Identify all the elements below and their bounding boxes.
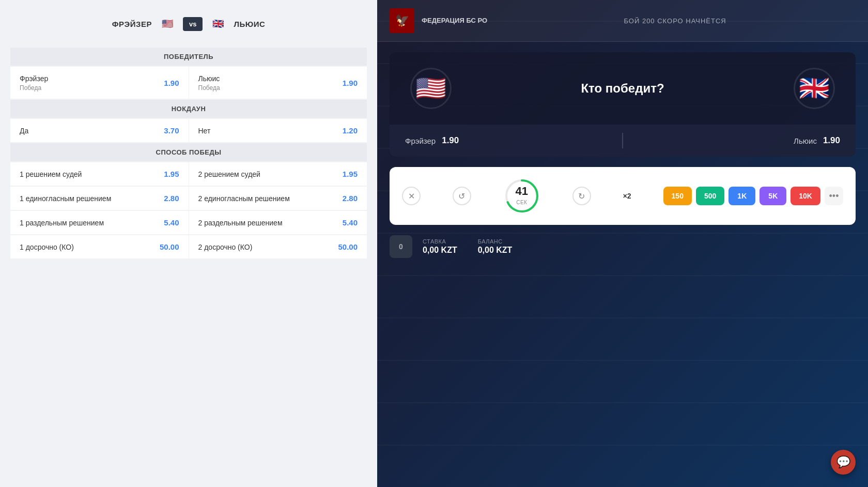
- chip-150[interactable]: 150: [663, 187, 692, 205]
- bet-label-method-3-left: 1 раздельным решением: [20, 219, 104, 227]
- bet-odd-method-3-left: 5.40: [164, 218, 179, 227]
- bet-method-4-left[interactable]: 1 досрочно (КО) 50.00: [10, 235, 189, 258]
- fighter2-flag-emoji: 🇬🇧: [799, 74, 830, 103]
- bet-odd-yes: 3.70: [164, 126, 179, 135]
- bet-row-winner: Фрэйзер Победа 1.90 Льюис Победа 1.90: [10, 67, 367, 99]
- bet-row-method-3: 1 раздельным решением 5.40 2 раздельным …: [10, 211, 367, 234]
- redo-button[interactable]: ↻: [572, 187, 591, 205]
- stake-title: СТАВКА: [423, 238, 457, 245]
- balance-row: 0 СТАВКА 0,00 KZT БАЛАНС 0,00 KZT: [377, 235, 868, 268]
- section-method: СПОСОБ ПОБЕДЫ: [10, 143, 367, 161]
- federation-banner: 🦅 ФЕДЕРАЦИЯ БС РО БОЙ 200 СКОРО НАЧНЁТСЯ: [377, 0, 868, 42]
- balance-info: СТАВКА 0,00 KZT БАЛАНС 0,00 KZT: [423, 238, 512, 255]
- bet-sub-lewis: Победа: [198, 84, 220, 92]
- team1-header-name: ФРЭЙЗЕР: [112, 20, 152, 28]
- fighter2-odds-name: Льюис: [794, 136, 817, 145]
- bet-odd-method-3-right: 5.40: [343, 218, 358, 227]
- timer-row: ✕ ↺ 41 СЕК ↻: [402, 177, 843, 215]
- bet-method-1-right[interactable]: 2 решением судей 1.95: [189, 162, 367, 186]
- fighter1-odds-section: Фрэйзер 1.90: [405, 135, 612, 146]
- bet-label-method-4-left: 1 досрочно (КО): [20, 243, 74, 251]
- bet-chips-row: 150 500 1K 5K 10K •••: [663, 187, 843, 205]
- bet-odd-method-1-right: 1.95: [343, 170, 358, 178]
- fighter1-flag-emoji: 🇺🇸: [415, 74, 446, 103]
- bet-method-3-right[interactable]: 2 раздельным решением 5.40: [189, 211, 367, 234]
- timer-circle: 41 СЕК: [503, 177, 540, 215]
- chip-10k[interactable]: 10K: [791, 187, 820, 205]
- right-content: 🦅 ФЕДЕРАЦИЯ БС РО БОЙ 200 СКОРО НАЧНЁТСЯ…: [377, 0, 868, 487]
- fighter2-flag: 🇬🇧: [794, 68, 835, 109]
- bet-odd-no: 1.20: [343, 126, 358, 135]
- bet-label-method-4-right: 2 досрочно (КО): [198, 243, 253, 251]
- stake-value: 0,00 KZT: [423, 246, 457, 255]
- timer-seconds: 41: [516, 186, 528, 197]
- bet-label-method-2-left: 1 единогласным решением: [20, 194, 111, 203]
- right-panel: 🦅 ФЕДЕРАЦИЯ БС РО БОЙ 200 СКОРО НАЧНЁТСЯ…: [377, 0, 868, 487]
- bet-frazer-win[interactable]: Фрэйзер Победа 1.90: [10, 67, 189, 99]
- bet-knockout-yes[interactable]: Да 3.70: [10, 119, 189, 142]
- undo-button[interactable]: ↺: [453, 187, 471, 205]
- federation-name: ФЕДЕРАЦИЯ БС РО: [422, 16, 487, 26]
- bet-odd-frazer: 1.90: [164, 79, 179, 87]
- bet-odd-method-4-right: 50.00: [338, 242, 358, 251]
- fight-info: БОЙ 200 СКОРО НАЧНЁТСЯ: [494, 16, 856, 25]
- bet-lewis-win[interactable]: Льюис Победа 1.90: [189, 67, 367, 99]
- match-odds-row: Фрэйзер 1.90 Льюис 1.90: [390, 125, 856, 157]
- fighter2-odds-value: 1.90: [823, 135, 840, 146]
- bet-odd-method-2-right: 2.80: [343, 194, 358, 203]
- chip-5k[interactable]: 5K: [760, 187, 786, 205]
- match-card-inner: 🇺🇸 Кто победит? 🇬🇧: [390, 52, 856, 125]
- bet-label-method-1-left: 1 решением судей: [20, 170, 82, 178]
- bet-method-4-right[interactable]: 2 досрочно (КО) 50.00: [189, 235, 367, 258]
- timer-widget: ✕ ↺ 41 СЕК ↻: [390, 167, 856, 225]
- cancel-button[interactable]: ✕: [402, 187, 421, 205]
- more-chips-button[interactable]: •••: [825, 187, 843, 205]
- bet-label-method-3-right: 2 раздельным решением: [198, 219, 283, 227]
- chip-1k[interactable]: 1K: [729, 187, 755, 205]
- flag2-header: 🇬🇧: [211, 17, 225, 31]
- bet-row-method-2: 1 единогласным решением 2.80 2 единоглас…: [10, 187, 367, 210]
- bet-method-3-left[interactable]: 1 раздельным решением 5.40: [10, 211, 189, 234]
- federation-emblem: 🦅: [390, 8, 414, 33]
- bet-label-no: Нет: [198, 127, 211, 135]
- match-question: Кто победит?: [581, 81, 664, 96]
- vs-badge: vs: [183, 17, 203, 31]
- bet-knockout-no[interactable]: Нет 1.20: [189, 119, 367, 142]
- timer-speed: ×2: [623, 192, 631, 200]
- bet-odd-lewis: 1.90: [343, 79, 358, 87]
- bet-sub-frazer: Победа: [20, 84, 48, 92]
- flag1-header: 🇺🇸: [160, 17, 175, 31]
- match-header: ФРЭЙЗЕР 🇺🇸 vs 🇬🇧 ЛЬЮИС: [10, 10, 367, 37]
- fighter1-odds-name: Фрэйзер: [405, 136, 436, 145]
- bet-display: 0: [390, 235, 412, 258]
- chat-button[interactable]: 💬: [831, 450, 856, 475]
- timer-unit: СЕК: [516, 200, 527, 205]
- bet-odd-method-1-left: 1.95: [164, 170, 179, 178]
- bet-row-knockout: Да 3.70 Нет 1.20: [10, 119, 367, 142]
- bet-row-method-1: 1 решением судей 1.95 2 решением судей 1…: [10, 162, 367, 186]
- fighter2-odds-section: Льюис 1.90: [633, 135, 840, 146]
- bet-label-method-2-right: 2 единогласным решением: [198, 194, 290, 203]
- balance-value: 0,00 KZT: [478, 246, 513, 255]
- left-panel: ФРЭЙЗЕР 🇺🇸 vs 🇬🇧 ЛЬЮИС ПОБЕДИТЕЛЬ Фрэйзе…: [0, 0, 377, 487]
- odds-divider: [622, 133, 623, 148]
- bet-method-2-right[interactable]: 2 единогласным решением 2.80: [189, 187, 367, 210]
- stake-item: СТАВКА 0,00 KZT: [423, 238, 457, 255]
- bet-label-yes: Да: [20, 127, 28, 135]
- bet-label-frazer: Фрэйзер: [20, 74, 48, 83]
- speed-value: ×2: [623, 192, 631, 200]
- fighter1-odds-value: 1.90: [442, 135, 459, 146]
- bet-method-2-left[interactable]: 1 единогласным решением 2.80: [10, 187, 189, 210]
- section-knockout: НОКДАУН: [10, 100, 367, 118]
- bet-row-method-4: 1 досрочно (КО) 50.00 2 досрочно (КО) 50…: [10, 235, 367, 258]
- bet-odd-method-4-left: 50.00: [160, 242, 179, 251]
- bet-odd-method-2-left: 2.80: [164, 194, 179, 203]
- section-winner: ПОБЕДИТЕЛЬ: [10, 48, 367, 66]
- fighter1-flag: 🇺🇸: [410, 68, 452, 109]
- bet-method-1-left[interactable]: 1 решением судей 1.95: [10, 162, 189, 186]
- bet-label-method-1-right: 2 решением судей: [198, 170, 260, 178]
- federation-icon: 🦅: [395, 14, 409, 27]
- chip-500[interactable]: 500: [696, 187, 724, 205]
- fight-status-text: БОЙ 200 СКОРО НАЧНЁТСЯ: [624, 17, 726, 25]
- balance-item: БАЛАНС 0,00 KZT: [478, 238, 513, 255]
